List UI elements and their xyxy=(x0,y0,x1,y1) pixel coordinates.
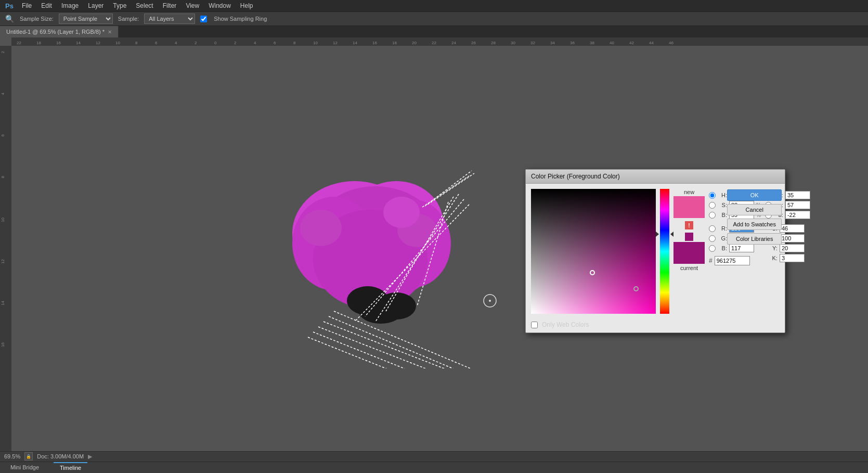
k-row: K: xyxy=(765,254,810,262)
ruler-tick: 32 xyxy=(530,41,535,45)
ruler-tick: 30 xyxy=(511,41,515,45)
svg-line-19 xyxy=(323,322,511,368)
ruler-tick: 18 xyxy=(392,41,397,45)
red-radio[interactable] xyxy=(709,225,716,232)
ruler-tick-left: 12 xyxy=(1,259,5,264)
k-input[interactable] xyxy=(780,254,805,262)
b-lab-input[interactable] xyxy=(785,211,810,219)
hex-row: # xyxy=(709,256,761,265)
document-tab-title: Untitled-1 @ 69.5% (Layer 1, RGB/8) * xyxy=(6,29,105,35)
sample-size-select[interactable]: Point Sample 3 by 3 Average 5 by 5 Avera… xyxy=(59,14,113,24)
ruler-tick: 16 xyxy=(372,41,377,45)
green-radio[interactable] xyxy=(709,235,716,242)
saturation-radio[interactable] xyxy=(709,202,716,209)
svg-line-24 xyxy=(427,173,474,204)
mini-bridge-tab[interactable]: Mini Bridge xyxy=(4,463,45,472)
ruler-tick-left: 4 xyxy=(1,93,5,95)
hex-symbol: # xyxy=(709,257,712,264)
show-sampling-ring-checkbox[interactable] xyxy=(200,16,207,22)
k-label: K: xyxy=(765,255,778,261)
menu-help[interactable]: Help xyxy=(236,1,257,10)
color-libraries-button[interactable]: Color Libraries xyxy=(727,233,782,245)
menu-layer[interactable]: Layer xyxy=(84,1,108,10)
svg-line-25 xyxy=(425,171,472,206)
dialog-bottom: Only Web Colors xyxy=(526,319,785,333)
menu-filter[interactable]: Filter xyxy=(159,1,181,10)
ruler-tick: 12 xyxy=(96,41,100,45)
ruler-tick: 16 xyxy=(56,41,61,45)
only-web-colors-label: Only Web Colors xyxy=(542,321,589,328)
a-input[interactable] xyxy=(785,201,810,209)
spectrum-arrow-left xyxy=(656,232,659,237)
ruler-tick: 46 xyxy=(669,41,673,45)
hue-radio[interactable] xyxy=(709,192,716,199)
sample-label: Sample: xyxy=(118,16,139,22)
svg-point-6 xyxy=(300,210,342,246)
status-bar-top: 69.5% 🔒 Doc: 3.00M/4.00M ▶ xyxy=(0,452,868,462)
tab-close-button[interactable]: ✕ xyxy=(108,29,112,35)
svg-point-8 xyxy=(383,197,420,228)
brightness-radio[interactable] xyxy=(709,212,716,219)
svg-point-27 xyxy=(489,300,491,302)
new-color-label: new xyxy=(684,189,694,195)
add-to-swatches-button[interactable]: Add to Swatches xyxy=(727,219,782,230)
ruler-top: const rulerEl = document.getElementById(… xyxy=(11,37,868,46)
ok-button[interactable]: OK xyxy=(727,189,782,201)
svg-line-22 xyxy=(308,337,490,368)
ruler-tick-left: 6 xyxy=(1,134,5,136)
dialog-title: Color Picker (Foreground Color) xyxy=(526,170,785,184)
gradient-background xyxy=(531,189,656,314)
zoom-lock-icon[interactable]: 🔒 xyxy=(24,452,33,461)
menu-file[interactable]: File xyxy=(18,1,36,10)
doc-size: Doc: 3.00M/4.00M xyxy=(37,453,84,459)
ruler-tick: 10 xyxy=(313,41,318,45)
timeline-tab[interactable]: Timeline xyxy=(54,462,87,472)
ruler-tick: 4 xyxy=(175,41,177,45)
color-preview: new ! current xyxy=(673,189,705,314)
status-bar: 69.5% 🔒 Doc: 3.00M/4.00M ▶ Mini Bridge T… xyxy=(0,451,868,473)
ruler-tick: 38 xyxy=(590,41,594,45)
ruler-tick: 8 xyxy=(293,41,295,45)
color-gradient[interactable] xyxy=(531,189,656,314)
sample-select[interactable]: All Layers Current Layer xyxy=(144,14,195,24)
spectrum-slider[interactable] xyxy=(660,189,669,314)
blue-radio[interactable] xyxy=(709,245,716,252)
menu-view[interactable]: View xyxy=(182,1,203,10)
app-icon: Ps xyxy=(2,2,17,10)
ruler-tick: 40 xyxy=(610,41,614,45)
show-sampling-ring-label: Show Sampling Ring xyxy=(214,16,267,22)
ruler-tick: 26 xyxy=(471,41,476,45)
ruler-tick: 8 xyxy=(135,41,137,45)
menu-type[interactable]: Type xyxy=(109,1,131,10)
menu-bar: Ps const menuData = ["File","Edit","Imag… xyxy=(0,0,868,11)
tab-bar: Untitled-1 @ 69.5% (Layer 1, RGB/8) * ✕ xyxy=(0,26,868,37)
hex-input[interactable] xyxy=(715,256,750,265)
menu-select[interactable]: Select xyxy=(132,1,157,10)
current-color-label: current xyxy=(680,265,698,271)
only-web-colors-checkbox[interactable] xyxy=(531,322,538,328)
menu-window[interactable]: Window xyxy=(204,1,235,10)
ruler-left: const rleft = document.getElementById('r… xyxy=(0,46,11,451)
ruler-tick: 10 xyxy=(115,41,120,45)
cancel-button[interactable]: Cancel xyxy=(727,204,782,215)
sample-size-label: Sample Size: xyxy=(20,16,54,22)
artwork xyxy=(240,139,563,368)
ruler-tick: 18 xyxy=(36,41,41,45)
new-color-swatch xyxy=(673,196,705,218)
ruler-tick: 20 xyxy=(412,41,417,45)
dialog-buttons: OK Cancel Add to Swatches Color Librarie… xyxy=(724,185,785,249)
menu-edit[interactable]: Edit xyxy=(37,1,56,10)
ruler-tick: 44 xyxy=(649,41,654,45)
current-color-swatch xyxy=(673,242,705,264)
ruler-tick: 2 xyxy=(234,41,236,45)
document-tab[interactable]: Untitled-1 @ 69.5% (Layer 1, RGB/8) * ✕ xyxy=(0,26,119,37)
spectrum-slider-container xyxy=(660,189,669,314)
expand-arrow: ▶ xyxy=(88,453,92,460)
ruler-tick: 42 xyxy=(629,41,634,45)
l-input[interactable] xyxy=(785,191,810,199)
ruler-tick-left: 8 xyxy=(1,176,5,178)
svg-point-11 xyxy=(359,299,403,324)
ruler-tick: 12 xyxy=(333,41,338,45)
menu-image[interactable]: Image xyxy=(57,1,83,10)
ruler-tick: 28 xyxy=(491,41,496,45)
